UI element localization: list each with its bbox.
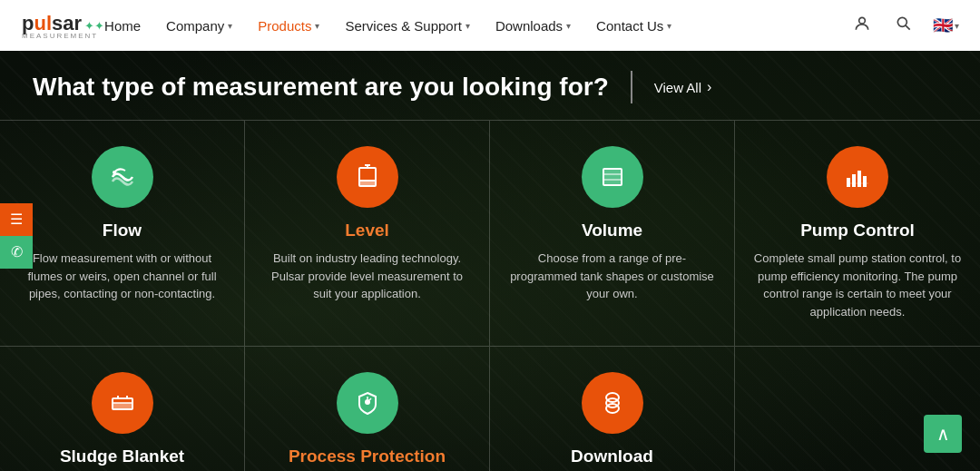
flow-title: Flow xyxy=(103,221,142,240)
phone-icon: ✆ xyxy=(11,243,23,260)
svg-point-0 xyxy=(859,17,866,24)
flow-desc: Flow measurement with or without flumes … xyxy=(18,250,226,303)
process-protection-card[interactable]: Process Protection Sensors that detect a… xyxy=(245,347,490,471)
view-all-link[interactable]: View All › xyxy=(654,79,712,95)
sludge-blanket-card[interactable]: Sludge Blanket Automation and control fo… xyxy=(0,347,245,471)
download-card[interactable]: Download View the All Product Measuremen… xyxy=(490,347,735,471)
svg-rect-6 xyxy=(359,181,376,186)
level-icon xyxy=(337,146,398,208)
menu-icon: ☰ xyxy=(10,211,23,228)
logo[interactable]: pulsar✦✦ MEASUREMENT xyxy=(22,12,104,40)
section-title: What type of measurement are you looking… xyxy=(33,73,609,102)
nav-home[interactable]: Home xyxy=(104,18,141,34)
scroll-to-top-button[interactable]: ∧ xyxy=(924,415,962,453)
menu-side-button[interactable]: ☰ xyxy=(0,203,33,236)
chevron-down-icon: ▾ xyxy=(315,21,319,31)
chevron-down-icon: ▾ xyxy=(667,21,671,31)
phone-side-button[interactable]: ✆ xyxy=(0,236,33,269)
search-icon[interactable] xyxy=(891,11,916,41)
nav-downloads[interactable]: Downloads ▾ xyxy=(495,18,571,34)
logo-sub: MEASUREMENT xyxy=(22,32,104,40)
main-content: What type of measurement are you looking… xyxy=(0,51,980,471)
scroll-top-icon: ∧ xyxy=(936,423,950,445)
chevron-down-icon: ▾ xyxy=(955,21,959,31)
process-protection-title: Process Protection xyxy=(289,446,446,466)
volume-title: Volume xyxy=(582,221,642,240)
side-buttons: ☰ ✆ xyxy=(0,203,33,269)
svg-rect-13 xyxy=(847,178,850,187)
sludge-blanket-icon xyxy=(92,372,153,434)
volume-card[interactable]: Volume Choose from a range of pre-progra… xyxy=(490,121,735,347)
chevron-down-icon: ▾ xyxy=(228,21,232,31)
level-desc: Built on industry leading technology. Pu… xyxy=(263,250,471,303)
pump-control-title: Pump Control xyxy=(800,221,915,240)
pump-control-desc: Complete small pump station control, to … xyxy=(753,250,962,320)
language-selector[interactable]: 🇬🇧▾ xyxy=(933,16,958,34)
nav-icons: 🇬🇧▾ xyxy=(849,11,958,41)
svg-point-1 xyxy=(897,17,906,26)
download-title: Download xyxy=(571,446,653,466)
svg-rect-15 xyxy=(858,171,861,187)
flow-card[interactable]: Flow Flow measurement with or without fl… xyxy=(0,121,245,347)
volume-icon xyxy=(582,146,643,208)
sludge-blanket-title: Sludge Blanket xyxy=(60,446,184,466)
process-protection-icon xyxy=(337,372,398,434)
svg-line-2 xyxy=(906,25,910,30)
grid-row-2: Sludge Blanket Automation and control fo… xyxy=(0,347,980,471)
volume-desc: Choose from a range of pre-programmed ta… xyxy=(508,250,716,303)
chevron-down-icon: ▾ xyxy=(466,21,470,31)
svg-rect-14 xyxy=(852,174,856,187)
chevron-down-icon: ▾ xyxy=(566,21,571,31)
divider xyxy=(631,71,632,103)
logo-text: p xyxy=(22,12,34,34)
arrow-right-icon: › xyxy=(707,79,711,95)
pump-control-card[interactable]: Pump Control Complete small pump station… xyxy=(735,121,980,347)
navbar: pulsar✦✦ MEASUREMENT Home Company ▾ Prod… xyxy=(0,0,980,51)
download-icon xyxy=(582,372,643,434)
svg-rect-16 xyxy=(863,176,867,187)
level-card[interactable]: Level Built on industry leading technolo… xyxy=(245,121,490,347)
svg-line-25 xyxy=(369,398,371,400)
nav-products[interactable]: Products ▾ xyxy=(258,18,319,34)
level-title: Level xyxy=(345,221,389,240)
nav-services[interactable]: Services & Support ▾ xyxy=(345,18,469,34)
nav-links: Home Company ▾ Products ▾ Services & Sup… xyxy=(104,18,849,34)
flow-icon xyxy=(92,146,153,208)
nav-contact[interactable]: Contact Us ▾ xyxy=(596,18,671,34)
pump-control-icon xyxy=(827,146,888,208)
section-header: What type of measurement are you looking… xyxy=(0,51,980,120)
nav-company[interactable]: Company ▾ xyxy=(166,18,232,34)
user-icon[interactable] xyxy=(849,11,875,41)
svg-rect-10 xyxy=(603,169,622,185)
grid-row-1: Flow Flow measurement with or without fl… xyxy=(0,120,980,347)
svg-rect-19 xyxy=(113,403,132,409)
